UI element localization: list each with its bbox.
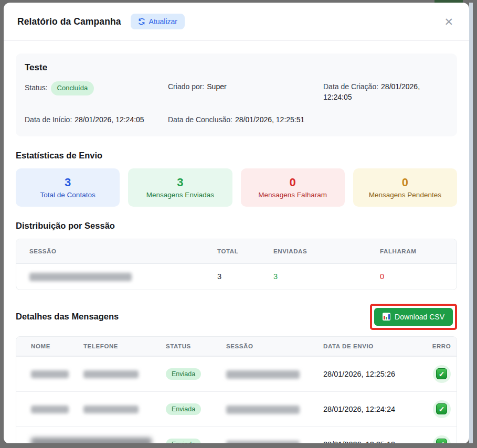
redacted-phone [83,406,139,413]
creation-date-field: Data de Criação:28/01/2026, 12:24:05 [323,81,448,103]
session-falharam: 0 [380,272,457,281]
messages-table-header: Nome Telefone Status Sessão Data de Envi… [16,337,457,356]
creation-date-label: Data de Criação: [323,82,378,91]
messages-table: Nome Telefone Status Sessão Data de Envi… [16,336,457,444]
stat-card-total-contacts: 3 Total de Contatos [16,168,120,207]
session-total: 3 [217,272,273,281]
start-date-field: Data de Início:28/01/2026, 12:24:05 [25,114,168,125]
session-enviadas: 3 [273,272,380,281]
table-row: 3 3 0 [16,264,457,290]
col-sessao: Sessão [16,248,217,254]
stat-label: Mensagens Enviadas [132,191,228,199]
created-by-label: Criado por: [168,82,204,91]
status-field: Status:Concluída [25,81,168,103]
refresh-icon [138,18,145,25]
end-date-value: 28/01/2026, 12:25:51 [235,115,304,124]
col-nome: Nome [16,343,83,349]
col-enviadas: Enviadas [273,248,380,254]
screenshot-bottom-edge [0,443,477,448]
download-csv-button[interactable]: Download CSV [374,308,453,326]
stat-card-messages-pending: 0 Mensagens Pendentes [353,168,457,207]
messages-heading: Detalhes das Mensagens [16,312,119,322]
stat-label: Mensagens Falharam [245,191,341,199]
success-check-icon: ✓ [433,365,451,383]
session-table: Sessão Total Enviadas Falharam 3 3 0 [16,239,457,290]
close-icon[interactable]: ✕ [442,14,455,29]
refresh-button-label: Atualizar [149,17,177,26]
stat-value: 0 [357,176,453,189]
campaign-report-modal: Relatório da Campanha Atualizar ✕ Teste … [4,3,469,444]
col-sessao: Sessão [226,343,323,349]
campaign-fields: Status:Concluída Criado por:Super Data d… [25,81,448,125]
created-by-field: Criado por:Super [168,81,323,103]
redacted-phone [83,370,139,378]
page-title: Relatório da Campanha [17,16,121,27]
end-date-label: Data de Conclusão: [168,115,232,124]
stats-grid: 3 Total de Contatos 3 Mensagens Enviadas… [16,168,457,207]
modal-header: Relatório da Campanha Atualizar ✕ [4,3,469,41]
col-total: Total [217,248,273,254]
stat-card-messages-sent: 3 Mensagens Enviadas [128,168,232,207]
download-csv-label: Download CSV [395,313,444,321]
redacted-session [226,406,300,414]
col-data-envio: Data de Envio [323,343,427,349]
col-status: Status [166,343,226,349]
status-badge: Enviada [166,403,201,415]
start-date-value: 28/01/2026, 12:24:05 [75,115,144,124]
session-table-header: Sessão Total Enviadas Falharam [16,239,457,264]
stat-value: 3 [20,176,115,189]
success-check-icon: ✓ [433,435,451,444]
modal-body: Teste Status:Concluída Criado por:Super … [4,41,469,444]
bar-chart-icon [383,313,390,321]
stats-heading: Estatísticas de Envio [16,151,457,161]
col-falharam: Falharam [380,248,457,254]
campaign-info-card: Teste Status:Concluída Criado por:Super … [16,54,457,136]
success-check-icon: ✓ [433,400,451,418]
stat-value: 3 [132,176,228,189]
annotation-highlight: Download CSV [370,304,457,330]
stat-label: Mensagens Pendentes [357,191,453,199]
redacted-name [31,406,69,413]
message-details-bar: Detalhes das Mensagens Download CSV [16,304,457,330]
stat-card-messages-failed: 0 Mensagens Falharam [241,168,345,207]
col-telefone: Telefone [83,343,166,349]
campaign-name: Teste [25,62,448,73]
stat-value: 0 [245,176,341,189]
col-erro: Erro [427,343,457,349]
status-badge: Concluída [51,81,94,95]
status-badge: Enviada [166,368,201,380]
table-row: Enviada 28/01/2026, 12:25:19 ✓ [16,426,457,444]
created-by-value: Super [207,82,226,91]
redacted-name [31,370,69,378]
table-row: Enviada 28/01/2026, 12:25:26 ✓ [16,356,457,391]
redacted-session [226,370,300,379]
status-label: Status: [25,83,48,92]
start-date-label: Data de Início: [25,115,72,124]
end-date-field: Data de Conclusão:28/01/2026, 12:25:51 [168,114,323,125]
refresh-button[interactable]: Atualizar [131,14,185,29]
send-date: 28/01/2026, 12:24:24 [323,405,427,413]
modal-scrollbar[interactable] [469,3,473,443]
stat-label: Total de Contatos [20,191,115,199]
send-date: 28/01/2026, 12:25:26 [323,370,427,378]
session-table-heading: Distribuição por Sessão [16,221,457,231]
table-row: Enviada 28/01/2026, 12:24:24 ✓ [16,391,457,426]
redacted-session-name [29,273,132,281]
